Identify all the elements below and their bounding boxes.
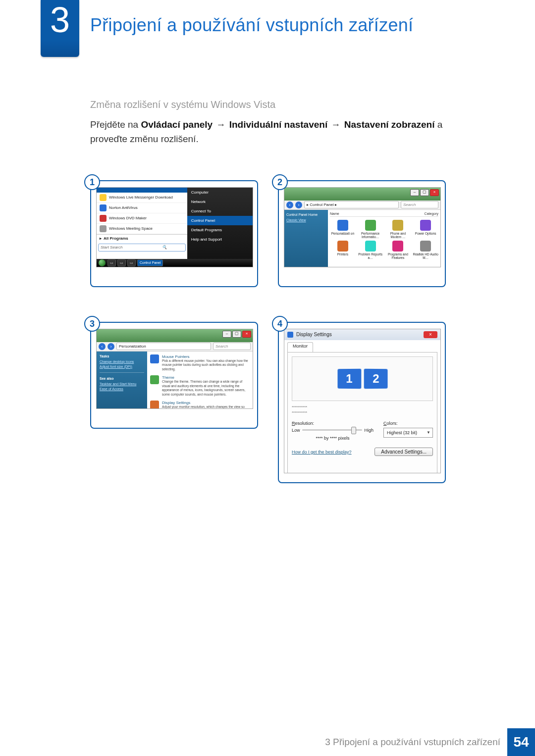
minimize-icon: – [410,189,419,196]
path-part2: Individuální nastavení [229,119,328,130]
path-part1: Ovládací panely [141,119,213,130]
monitor-2-icon: 2 [364,369,387,389]
arrow-icon: → [215,119,226,130]
step-number: 2 [272,174,288,190]
tab-strip: Monitor [284,340,440,352]
item-icon [150,354,159,363]
step-number: 1 [84,174,100,190]
page-footer: 3 Připojení a používání vstupních zaříze… [0,728,535,756]
cp-classic-link: Classic View [286,218,326,222]
start-menu-item: Norton AntiVirus [97,203,187,213]
start-menu-label: Windows Live Messenger Download [109,195,173,200]
cp-item-label: Personalizati on [330,232,356,235]
app-icon [100,194,107,201]
window-chrome: – ▢ × [97,329,253,342]
intro-pre: Přejděte na [90,119,141,130]
search-placeholder: Start Search [99,245,142,250]
screenshot-display-settings: Display Settings × Monitor 1 2 [284,329,441,473]
cp-item-icon [420,241,431,252]
footer-title: 3 Připojení a používání vstupních zaříze… [325,737,507,748]
sidebar-link: Adjust font size (DPI) [100,365,144,368]
cp-item: Programs and Features [385,241,411,259]
col-category: Category [425,212,438,215]
address-bar: ▸ Control Panel ▸ [304,201,399,208]
step-number: 4 [272,316,288,332]
cp-item-label: Realtek HD Audio M… [413,252,438,259]
cp-sidebar: Control Panel Home Classic View [284,210,328,267]
maximize-icon: ▢ [420,189,429,196]
start-right-item: Network [187,197,253,206]
explorer-toolbar: ‹ › Personalization Search [97,342,253,352]
resolution-label: Resolution: [292,421,374,426]
section-subtitle: Změna rozlišení v systému Windows Vista [90,99,446,110]
back-icon: ‹ [286,202,293,208]
start-menu-item: Windows DVD Maker [97,213,187,224]
steps-grid: 1 Windows Live Messenger DownloadNorton … [90,180,446,483]
screenshot-frame: Windows Live Messenger DownloadNorton An… [90,180,258,287]
cp-item: Problem Reports a… [358,241,383,259]
cp-item-label: Problem Reports a… [358,252,383,259]
start-right-item: Computer [187,188,253,197]
slider-high-label: High [364,428,374,433]
placeholder-text: ********** [292,410,433,415]
dialog-title: Display Settings [296,332,332,337]
start-right-item: Connect To [187,206,253,216]
sidebar-link: Change desktop icons [100,360,144,363]
screenshot-personalization: – ▢ × ‹ › Personalization Search [96,329,253,409]
cp-item-icon [420,220,431,231]
sidebar-link: Ease of Access [100,387,144,391]
maximize-icon: ▢ [232,331,241,338]
arrow-icon: → [330,119,342,130]
explorer-search: Search [213,343,251,350]
back-icon: ‹ [99,343,106,350]
cp-item-label: Power Options [413,232,438,235]
address-bar: Personalization [116,343,211,350]
item-icon [150,375,159,384]
start-right-item: Help and Support [187,235,253,244]
resolution-slider: Low High [292,428,374,433]
cp-item-label: Performance Informatio… [358,232,383,239]
close-icon: × [430,189,439,196]
cp-item: Power Options [413,220,438,239]
start-orb-icon [99,259,106,266]
cp-item-icon [337,220,348,231]
personalization-main: Mouse PointersPick a different mouse poi… [147,352,253,409]
sidebar-link: Taskbar and Start Menu [100,382,144,386]
start-right-item: Control Panel [187,216,253,225]
dialog-titlebar: Display Settings × [284,329,440,340]
tab-monitor: Monitor [287,342,313,352]
cp-icon-grid: Personalizati onPerformance Informatio…P… [330,220,438,259]
cp-item: Printers [330,241,356,259]
explorer-search: Search [401,201,438,208]
close-icon: × [424,331,437,338]
step-3: 3 – ▢ × ‹ › Personalization Search [90,322,258,483]
page-header: 3 Připojení a používání vstupních zaříze… [0,0,535,69]
taskbar: ▭ ▭ ▭ Control Panel [97,259,253,267]
step-4: 4 Display Settings × Monitor [278,322,446,483]
tasks-heading: Tasks [100,354,144,358]
explorer-toolbar: ‹ › ▸ Control Panel ▸ Search [284,201,440,210]
item-description: Change the theme. Themes can change a wi… [162,380,250,397]
cp-item-icon [392,241,403,252]
item-title: Mouse Pointers [162,354,250,359]
screenshot-frame: Display Settings × Monitor 1 2 [278,322,446,483]
app-icon [100,215,107,222]
screenshot-control-panel: – ▢ × ‹ › ▸ Control Panel ▸ Search [284,187,441,267]
all-programs-label: All Programs [104,236,128,241]
cp-item-label: Printers [330,252,356,256]
cp-item-icon [392,220,403,231]
start-search-input: Start Search 🔍 [98,244,186,252]
col-name: Name [330,212,425,215]
dialog-panel: 1 2 ********** ********** Resolution: Lo… [287,352,437,473]
start-menu-label: Windows Meeting Space [109,226,153,231]
personalization-sidebar: Tasks Change desktop iconsAdjust font si… [97,352,147,409]
screenshot-frame: – ▢ × ‹ › Personalization Search [90,322,258,429]
colors-label: Colors: [383,421,433,426]
page-content: Změna rozlišení v systému Windows Vista … [0,69,535,483]
step-number: 3 [84,316,100,332]
forward-icon: › [295,202,302,208]
item-description: Adjust your monitor resolution, which ch… [162,405,250,409]
screenshot-frame: – ▢ × ‹ › ▸ Control Panel ▸ Search [278,180,446,287]
start-right-item: Default Programs [187,225,253,235]
search-icon: 🔍 [142,245,185,250]
